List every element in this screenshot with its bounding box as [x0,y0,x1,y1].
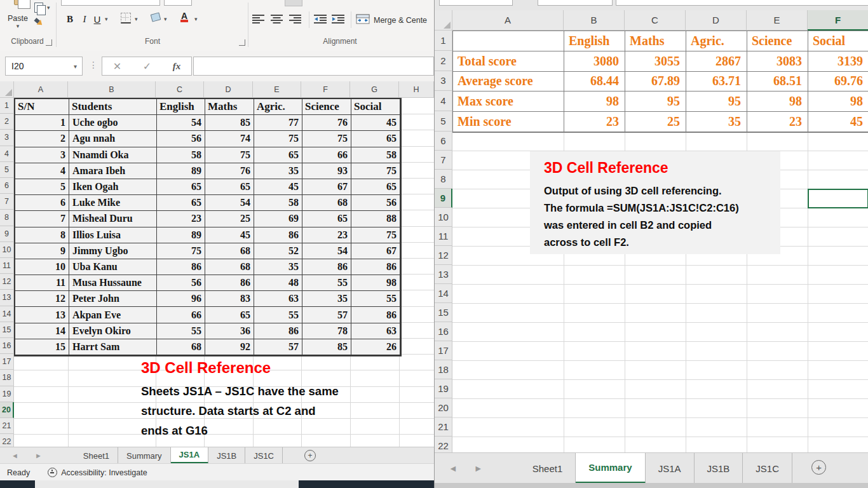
table-cell[interactable]: 56 [351,195,400,211]
row-header-7[interactable]: 7 [0,194,14,210]
table-cell[interactable]: 52 [254,243,302,259]
table-cell[interactable]: 86 [254,227,302,243]
row-header-3[interactable]: 3 [435,71,452,92]
align-right-button[interactable] [289,15,301,24]
row-header-1[interactable]: 1 [435,30,452,51]
active-cell-F9[interactable] [808,189,868,208]
copy-icon[interactable] [34,3,43,13]
table-cell[interactable]: 23 [564,112,625,132]
table-cell[interactable]: 88 [351,211,400,227]
fill-color-button[interactable] [151,13,160,21]
table-cell[interactable]: 55 [254,307,302,323]
sheet-tab-js1b[interactable]: JS1B [695,453,743,484]
row-header-6[interactable]: 6 [435,132,452,151]
table-cell[interactable]: Evelyn Okiro [69,323,157,339]
table-cell[interactable]: 98 [808,92,868,112]
row-header-18[interactable]: 18 [435,360,452,379]
row-header-10[interactable]: 10 [435,208,452,227]
table-cell[interactable]: 86 [205,275,254,291]
sheet-tab-summary[interactable]: Summary [576,453,645,484]
row-header-17[interactable]: 17 [435,341,452,360]
sheet-tab-sheet1[interactable]: Sheet1 [75,447,118,464]
table-cell[interactable]: 98 [564,92,625,112]
table-cell[interactable]: 68 [157,339,205,355]
table-row-label[interactable]: Average score [453,72,564,92]
table-cell[interactable]: 89 [157,227,205,243]
table-cell[interactable]: 65 [351,179,400,195]
borders-dropdown-icon[interactable]: ▾ [135,16,138,22]
table-cell[interactable]: 95 [625,92,686,112]
row-header-8[interactable]: 8 [435,170,452,189]
table-cell[interactable]: 55 [302,275,351,291]
table-cell[interactable]: 83 [205,291,254,307]
name-box-fragment[interactable] [439,0,513,6]
table-cell[interactable]: Uche ogbo [69,115,157,131]
table-cell[interactable]: 63 [351,323,400,339]
table-cell[interactable]: 25 [205,211,254,227]
tab-scroll-left-icon[interactable]: ◄ [11,452,18,459]
table-cell[interactable]: Nnamdi Oka [69,147,157,163]
table-cell[interactable]: 67 [351,243,400,259]
row-header-16[interactable]: 16 [435,322,452,341]
table-cell[interactable]: Uba Kanu [69,259,157,275]
table-cell[interactable]: 86 [254,323,302,339]
fill-color-dropdown-icon[interactable]: ▾ [164,16,167,22]
name-box-dropdown-icon[interactable]: ▾ [74,63,77,70]
table-cell[interactable]: 23 [302,227,351,243]
column-header-D[interactable]: D [204,81,253,98]
table-row-label[interactable]: Min score [453,112,564,132]
table-cell[interactable]: 23 [157,211,205,227]
table-cell[interactable]: 4 [15,163,69,179]
column-header-H[interactable]: H [399,81,434,98]
row-header-5[interactable]: 5 [435,111,452,132]
table-cell[interactable]: 89 [157,163,205,179]
table-cell[interactable]: 45 [254,179,302,195]
underline-dropdown-icon[interactable]: ▾ [105,16,108,22]
row-header-19[interactable]: 19 [0,386,14,402]
row-header-9[interactable]: 9 [435,189,452,208]
copy-dropdown-icon[interactable]: ▾ [47,4,50,11]
font-size-box-fragment[interactable] [164,0,192,6]
table-cell[interactable]: Luke Mike [69,195,157,211]
table-cell[interactable]: 74 [205,131,254,147]
table-header-cell[interactable]: Science [747,31,808,51]
table-cell[interactable]: 58 [351,147,400,163]
decrease-indent-button[interactable] [314,15,327,24]
table-cell[interactable]: 65 [205,179,254,195]
table-cell[interactable]: 86 [302,259,351,275]
new-sheet-button[interactable]: + [811,460,826,475]
row-header-3[interactable]: 3 [0,130,14,146]
table-cell[interactable]: 96 [157,291,205,307]
table-cell[interactable]: Amara Ibeh [69,163,157,179]
accessibility-status[interactable]: Accessibility: Investigate [48,468,147,477]
table-cell[interactable]: 54 [302,243,351,259]
row-header-4[interactable]: 4 [0,146,14,162]
table-cell[interactable]: 1 [15,115,69,131]
row-header-13[interactable]: 13 [435,265,452,284]
table-cell[interactable]: 68 [302,195,351,211]
table-cell[interactable]: 86 [157,259,205,275]
table-cell[interactable]: 65 [254,147,302,163]
row-header-22[interactable]: 22 [435,437,452,452]
underline-button[interactable]: U [92,11,103,27]
table-cell[interactable]: 65 [205,307,254,323]
new-sheet-button[interactable]: + [304,450,316,461]
table-cell[interactable]: Iken Ogah [69,179,157,195]
table-cell[interactable]: 54 [157,115,205,131]
table-cell[interactable]: 55 [351,291,400,307]
table-cell[interactable]: 58 [254,195,302,211]
sheet-tab-sheet1[interactable]: Sheet1 [520,453,576,484]
row-header-15[interactable]: 15 [0,322,14,338]
table-header-cell[interactable]: English [564,31,625,51]
table-cell[interactable]: 35 [254,163,302,179]
table-cell[interactable]: 68 [205,243,254,259]
table-cell[interactable]: 48 [254,275,302,291]
table-cell[interactable]: Peter John [69,291,157,307]
table-cell[interactable]: 15 [15,339,69,355]
table-cell[interactable]: 3083 [747,51,808,72]
table-cell[interactable]: 3055 [625,51,686,72]
row-header-5[interactable]: 5 [0,162,14,178]
sheet-tab-js1b[interactable]: JS1B [208,447,245,464]
row-header-13[interactable]: 13 [0,290,14,306]
table-cell[interactable]: 65 [157,195,205,211]
